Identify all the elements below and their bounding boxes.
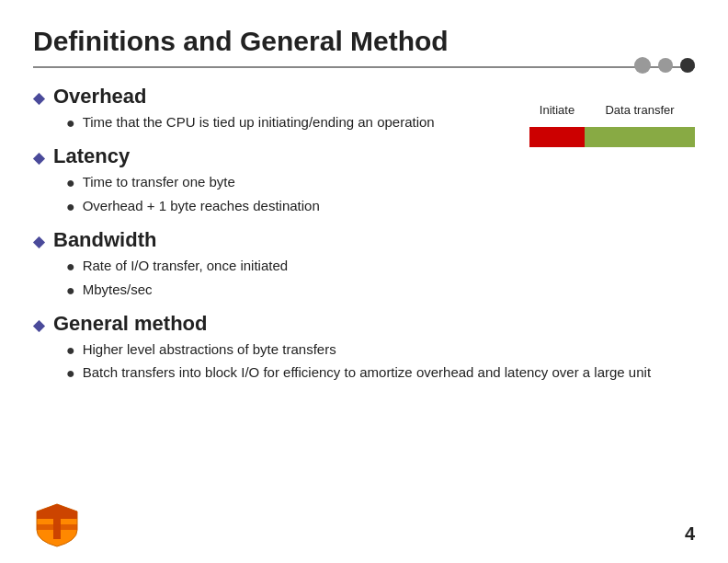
bullet-bandwidth: ◆ Bandwidth [33, 228, 695, 252]
subbullets-bandwidth: ● Rate of I/O transfer, once initiated ●… [66, 256, 695, 301]
list-item: ● Time to transfer one byte [66, 172, 695, 193]
legend-initiate-label: Initiate [529, 103, 585, 117]
section-general-method: ◆ General method ● Higher level abstract… [33, 312, 695, 386]
dot-2 [658, 58, 673, 73]
legend-labels: Initiate Data transfer [529, 103, 695, 117]
latency-sub-1: Time to transfer one byte [83, 172, 235, 191]
legend-datatransfer-label: Data transfer [585, 103, 695, 117]
bullet-dot-4: ● [66, 257, 75, 277]
overhead-sub-1: Time that the CPU is tied up initiating/… [83, 112, 435, 132]
bullet-dot-2: ● [66, 173, 75, 193]
diamond-latency: ◆ [33, 149, 44, 167]
slide: Definitions and General Method Initiate … [0, 0, 728, 563]
diamond-overhead: ◆ [33, 89, 44, 107]
bullet-latency: ◆ Latency [33, 144, 695, 168]
princeton-logo [33, 500, 81, 548]
list-item: ● Batch transfers into block I/O for eff… [66, 362, 695, 384]
legend-initiate-box [529, 127, 585, 147]
section-bandwidth: ◆ Bandwidth ● Rate of I/O transfer, once… [33, 228, 695, 303]
bandwidth-sub-1: Rate of I/O transfer, once initiated [83, 256, 288, 275]
general-sub-1: Higher level abstractions of byte transf… [83, 339, 336, 359]
list-item: ● Overhead + 1 byte reaches destination [66, 196, 695, 217]
page-number: 4 [685, 523, 695, 545]
subbullets-general-method: ● Higher level abstractions of byte tran… [66, 339, 695, 385]
bullet-general-method: ◆ General method [33, 312, 695, 336]
bullet-dot-6: ● [66, 340, 75, 361]
bullet-dot-5: ● [66, 281, 75, 301]
decorative-dots [634, 57, 695, 74]
bullet-dot-1: ● [66, 113, 75, 133]
latency-sub-2: Overhead + 1 byte reaches destination [83, 196, 320, 215]
heading-bandwidth: Bandwidth [53, 228, 156, 252]
bullet-dot-3: ● [66, 197, 75, 217]
legend-bar [529, 127, 695, 147]
heading-overhead: Overhead [53, 85, 147, 109]
svg-rect-1 [37, 524, 77, 530]
title-underline [33, 66, 695, 68]
list-item: ● Rate of I/O transfer, once initiated [66, 256, 695, 277]
dot-3 [680, 58, 695, 73]
bandwidth-sub-2: Mbytes/sec [83, 280, 153, 299]
heading-latency: Latency [53, 144, 130, 168]
list-item: ● Mbytes/sec [66, 280, 695, 301]
bullet-dot-7: ● [66, 363, 75, 384]
shield-icon [33, 500, 81, 548]
legend-datatransfer-box [585, 127, 695, 147]
section-latency: ◆ Latency ● Time to transfer one byte ● … [33, 144, 695, 219]
heading-general-method: General method [53, 312, 207, 336]
diamond-bandwidth: ◆ [33, 233, 44, 250]
dot-1 [634, 57, 651, 74]
slide-title: Definitions and General Method [33, 26, 695, 57]
diamond-general-method: ◆ [33, 316, 44, 334]
subbullets-latency: ● Time to transfer one byte ● Overhead +… [66, 172, 695, 217]
list-item: ● Higher level abstractions of byte tran… [66, 339, 695, 361]
general-sub-2: Batch transfers into block I/O for effic… [83, 362, 651, 382]
